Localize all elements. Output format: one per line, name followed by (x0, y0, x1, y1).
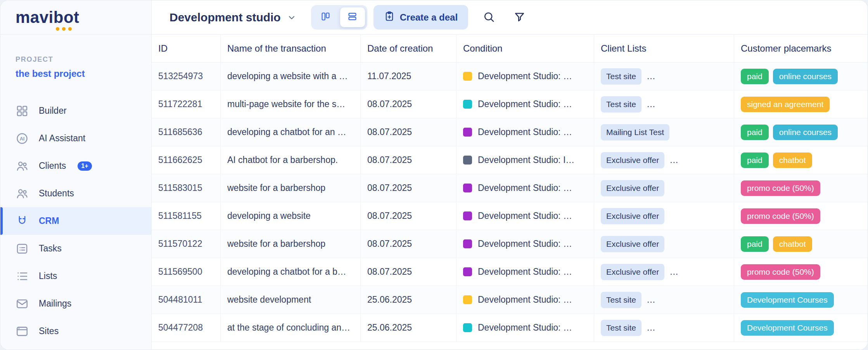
sidebar-item-ai-assistant[interactable]: AI AI Assistant (0, 125, 151, 152)
cell-name: at the stage of concluding an… (221, 314, 361, 341)
sidebar-item-clients[interactable]: Clients 1+ (0, 152, 151, 180)
cell-client-lists: Exclusive offer (594, 174, 734, 202)
brand-logo[interactable]: mavibot (16, 8, 80, 27)
ai-assistant-icon: AI (16, 132, 29, 145)
cell-name: developing a chatbot for a b… (221, 258, 361, 286)
table-row[interactable]: 511569500 developing a chatbot for a b… … (152, 258, 868, 286)
placemark-chip: paid (741, 152, 769, 168)
chevron-down-icon (287, 13, 296, 22)
sidebar-item-lists[interactable]: Lists (0, 262, 151, 290)
table-row[interactable]: 511581155 developing a website 08.07.202… (152, 202, 868, 230)
sidebar-item-label: Lists (39, 271, 57, 281)
cell-name: developing a website (221, 202, 361, 230)
list-view-button[interactable] (340, 7, 365, 27)
cell-name: developing a website with a … (221, 62, 361, 90)
cell-placemarks: paidonline courses (734, 62, 868, 90)
sidebar-item-builder[interactable]: Builder (0, 97, 151, 125)
cell-condition: Development Studio: … (456, 90, 594, 118)
create-deal-button[interactable]: Create a deal (373, 5, 468, 29)
placemark-chip: signed an agreement (741, 97, 830, 112)
filter-icon (514, 11, 526, 24)
client-list-chip: Test site (601, 68, 641, 85)
cell-id: 511662625 (152, 146, 221, 174)
sidebar-item-mailings[interactable]: Mailings (0, 290, 151, 317)
sidebar-item-label: Mailings (39, 298, 71, 309)
condition-color-swatch (463, 100, 472, 109)
cell-date: 08.07.2025 (361, 202, 456, 230)
cell-date: 08.07.2025 (361, 118, 456, 146)
logo-area: mavibot (0, 0, 151, 35)
table-row[interactable]: 511722281 multi-page website for the s… … (152, 90, 868, 118)
cell-placemarks: promo code (50%) (734, 174, 868, 202)
search-icon (483, 11, 495, 24)
placemark-chip: paid (741, 125, 769, 140)
app-window: mavibot PROJECT the best project Builder (0, 0, 868, 350)
table-row[interactable]: 504481011 website development 25.06.2025… (152, 286, 868, 314)
placemark-chip: online courses (773, 125, 838, 140)
project-name[interactable]: the best project (16, 68, 151, 79)
sidebar-item-label: Tasks (39, 243, 62, 254)
svg-text:AI: AI (20, 136, 25, 142)
condition-color-swatch (463, 267, 472, 276)
table-row[interactable]: 511583015 website for a barbershop 08.07… (152, 174, 868, 202)
cell-date: 08.07.2025 (361, 174, 456, 202)
clients-count-badge: 1+ (78, 161, 92, 171)
cell-condition: Development Studio: … (456, 62, 594, 90)
cell-date: 25.06.2025 (361, 286, 456, 314)
page-header: Development studio (152, 0, 868, 35)
pipeline-selector[interactable]: Development studio (169, 11, 296, 24)
search-button[interactable] (483, 11, 495, 24)
kanban-view-button[interactable] (313, 7, 338, 27)
cell-condition: Development Studio: … (456, 202, 594, 230)
mailings-icon (16, 297, 29, 310)
table-row[interactable]: 511685636 developing a chatbot for an … … (152, 118, 868, 146)
condition-color-swatch (463, 239, 472, 248)
cell-placemarks: Development Courses (734, 314, 868, 341)
table-row[interactable]: 504477208 at the stage of concluding an…… (152, 314, 868, 342)
sidebar-item-students[interactable]: Students (0, 180, 151, 207)
condition-color-swatch (463, 211, 472, 220)
filter-button[interactable] (514, 11, 526, 24)
condition-color-swatch (463, 184, 472, 192)
table-row[interactable]: 511570122 website for a barbershop 08.07… (152, 230, 868, 258)
cell-condition: Development Studio: I… (456, 146, 594, 174)
placemark-chip: paid (741, 236, 769, 252)
list-view-icon (347, 11, 358, 23)
tasks-icon (16, 242, 29, 255)
placemark-chip: paid (741, 69, 769, 84)
client-lists-more: … (647, 99, 655, 109)
cell-placemarks: paidonline courses (734, 118, 868, 146)
cell-condition: Development Studio: … (456, 174, 594, 202)
cell-id: 513254973 (152, 62, 221, 90)
sites-icon (16, 325, 29, 338)
sidebar-item-crm[interactable]: CRM (0, 207, 151, 235)
kanban-view-icon (320, 11, 331, 23)
table-row[interactable]: 513254973 developing a website with a … … (152, 62, 868, 90)
cell-date: 08.07.2025 (361, 146, 456, 174)
cell-name: AI chatbot for a barbershop. (221, 146, 361, 174)
cell-id: 511581155 (152, 202, 221, 230)
view-toggle (311, 5, 367, 29)
column-header-placemarks: Customer placemarks (734, 35, 868, 62)
cell-placemarks: promo code (50%) (734, 258, 868, 286)
cell-date: 08.07.2025 (361, 230, 456, 258)
cell-condition: Development Studio: … (456, 286, 594, 314)
placemark-chip: promo code (50%) (741, 264, 820, 280)
sidebar-item-sites[interactable]: Sites (0, 317, 151, 345)
table-row[interactable]: 511662625 AI chatbot for a barbershop. 0… (152, 146, 868, 174)
column-header-name: Name of the transaction (221, 35, 361, 62)
client-list-chip: Test site (601, 96, 641, 113)
sidebar-item-tasks[interactable]: Tasks (0, 235, 151, 262)
cell-id: 511722281 (152, 90, 221, 118)
brand-logo-text: mavibot (16, 8, 80, 26)
project-label: PROJECT (16, 55, 151, 64)
condition-color-swatch (463, 323, 472, 332)
sidebar-item-label: AI Assistant (39, 133, 85, 144)
clients-icon (16, 159, 29, 173)
sidebar-item-label: Students (39, 188, 74, 199)
cell-date: 08.07.2025 (361, 258, 456, 286)
crm-icon (16, 215, 29, 228)
client-list-chip: Exclusive offer (601, 264, 664, 280)
cell-placemarks: paidchatbot (734, 146, 868, 174)
column-header-date: Date of creation (361, 35, 456, 62)
